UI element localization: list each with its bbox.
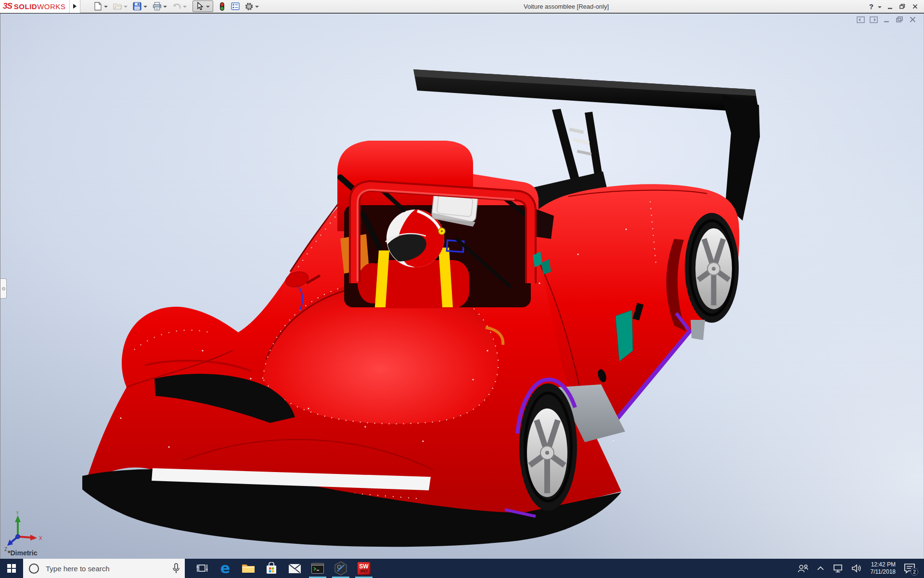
open-document-dropdown[interactable] — [124, 6, 128, 8]
print-dropdown[interactable] — [163, 6, 167, 8]
traffic-light-icon — [219, 2, 225, 11]
hidden-icons-button[interactable] — [814, 559, 827, 578]
volume-button[interactable] — [849, 559, 864, 578]
taskbar-search[interactable] — [23, 559, 185, 578]
chevron-up-icon — [817, 566, 824, 571]
windows-taskbar: e — [0, 559, 924, 578]
window-controls: ? — [868, 0, 920, 13]
orientation-triad: Y X Z — [3, 511, 48, 555]
taskbar-apps: e — [191, 559, 375, 578]
edge-button[interactable]: e — [214, 559, 237, 578]
close-icon — [912, 4, 918, 9]
restore-button[interactable] — [897, 2, 908, 12]
taskbar-clock[interactable]: 12:42 PM 7/11/2018 — [868, 561, 899, 576]
restore-icon — [899, 4, 905, 9]
print-button[interactable] — [152, 1, 162, 11]
select-tool-active[interactable] — [192, 0, 213, 12]
minimize-icon — [887, 4, 893, 9]
options-dropdown[interactable] — [255, 6, 259, 8]
screen: 3S SOLIDWORKS — [0, 0, 924, 578]
help-button[interactable]: ? — [868, 2, 874, 11]
triad-y-label: Y — [16, 511, 19, 516]
search-input[interactable] — [46, 565, 172, 573]
menu-expand-button[interactable] — [70, 0, 80, 13]
rear-wheel — [685, 213, 739, 323]
brand-solid: SOLID — [14, 2, 37, 11]
open-folder-icon — [113, 2, 122, 10]
microsoft-store-button[interactable] — [260, 559, 283, 578]
options-button[interactable] — [244, 1, 254, 11]
undo-arrow-icon — [172, 2, 181, 10]
clock-time: 12:42 PM — [871, 561, 896, 568]
people-icon — [797, 564, 808, 573]
car-3d-model[interactable] — [0, 13, 924, 559]
gear-icon — [244, 2, 254, 11]
microsoft-store-icon — [265, 562, 278, 575]
rebuild-button[interactable] — [217, 1, 227, 11]
brand-works: WORKS — [37, 2, 65, 11]
command-prompt-button[interactable] — [306, 559, 329, 578]
select-arrow-icon — [195, 1, 205, 11]
undo-button[interactable] — [172, 1, 181, 11]
mail-button[interactable] — [283, 559, 306, 578]
open-document-button[interactable] — [113, 1, 122, 11]
start-button[interactable] — [0, 559, 23, 578]
triad-x-label: X — [39, 536, 42, 541]
file-explorer-icon — [242, 563, 255, 574]
file-properties-icon — [231, 2, 240, 10]
windows-logo-icon — [7, 564, 16, 573]
save-dropdown[interactable] — [143, 6, 147, 8]
print-icon — [153, 2, 162, 11]
new-document-button[interactable] — [93, 1, 103, 11]
solidworks-logo: 3S SOLIDWORKS — [0, 0, 70, 13]
people-button[interactable] — [795, 559, 811, 578]
network-icon — [833, 564, 843, 573]
task-view-button[interactable] — [191, 559, 214, 578]
undo-dropdown[interactable] — [183, 6, 187, 8]
edge-icon: e — [220, 562, 230, 575]
hexagon-app-button[interactable] — [329, 559, 352, 578]
command-prompt-icon — [311, 563, 324, 574]
help-dropdown[interactable] — [878, 6, 882, 8]
expand-arrow-icon — [73, 4, 77, 9]
triad-z-label: Z — [4, 547, 7, 552]
action-center-button[interactable]: 2 — [902, 559, 919, 578]
speaker-icon — [851, 564, 862, 573]
task-view-icon — [196, 563, 208, 574]
cortana-icon — [29, 564, 39, 574]
network-button[interactable] — [830, 559, 846, 578]
new-document-dropdown[interactable] — [104, 6, 108, 8]
minimize-button[interactable] — [885, 2, 895, 12]
microphone-icon[interactable] — [172, 563, 180, 574]
file-properties-button[interactable] — [231, 1, 240, 11]
title-bar: 3S SOLIDWORKS — [0, 0, 924, 13]
3ds-logo-icon: 3S — [3, 1, 12, 11]
save-floppy-icon — [133, 2, 141, 11]
cockpit — [337, 141, 554, 308]
hexagon-app-icon — [334, 561, 348, 576]
graphics-area[interactable]: Y X Z *Dimetric — [0, 13, 924, 559]
window-title: Voiture assomblee [Read-only] — [524, 0, 609, 13]
new-document-icon — [94, 2, 102, 11]
system-tray: 12:42 PM 7/11/2018 2 — [795, 559, 924, 578]
file-explorer-button[interactable] — [237, 559, 260, 578]
notification-badge: 2 — [911, 568, 918, 576]
mail-icon — [288, 564, 301, 574]
close-button[interactable] — [910, 2, 920, 12]
quick-access-toolbar — [89, 0, 260, 13]
clock-date: 7/11/2018 — [871, 568, 896, 576]
solidworks-button[interactable]: SW 2017 — [352, 559, 375, 578]
solidworks-2017-icon: SW 2017 — [358, 562, 371, 575]
save-button[interactable] — [132, 1, 142, 11]
view-orientation-label: *Dimetric — [8, 549, 37, 557]
select-tool-dropdown[interactable] — [206, 6, 210, 8]
